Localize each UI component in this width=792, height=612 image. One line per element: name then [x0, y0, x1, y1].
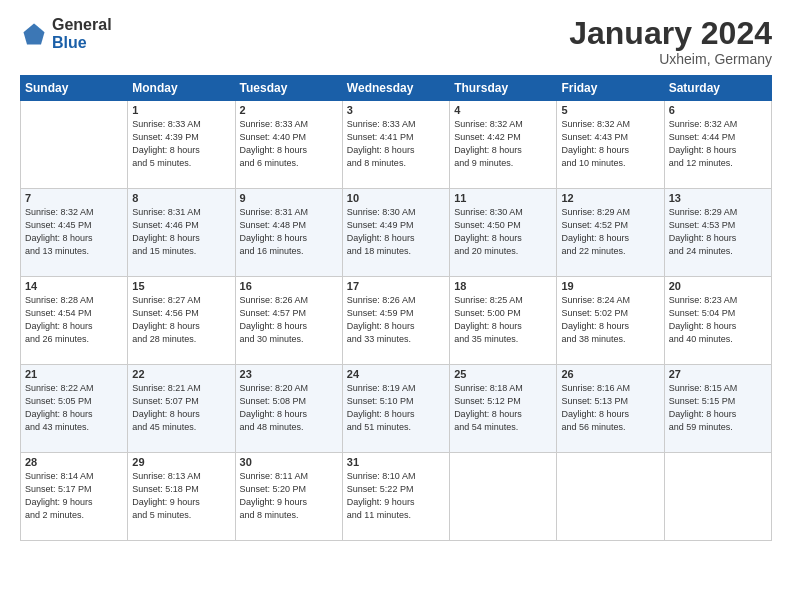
table-row: [557, 453, 664, 541]
table-row: 23Sunrise: 8:20 AM Sunset: 5:08 PM Dayli…: [235, 365, 342, 453]
day-number: 14: [25, 280, 123, 292]
table-row: [450, 453, 557, 541]
calendar-table: Sunday Monday Tuesday Wednesday Thursday…: [20, 75, 772, 541]
day-number: 21: [25, 368, 123, 380]
day-number: 2: [240, 104, 338, 116]
day-number: 11: [454, 192, 552, 204]
day-number: 8: [132, 192, 230, 204]
week-row-5: 28Sunrise: 8:14 AM Sunset: 5:17 PM Dayli…: [21, 453, 772, 541]
week-row-3: 14Sunrise: 8:28 AM Sunset: 4:54 PM Dayli…: [21, 277, 772, 365]
table-row: 3Sunrise: 8:33 AM Sunset: 4:41 PM Daylig…: [342, 101, 449, 189]
day-info: Sunrise: 8:22 AM Sunset: 5:05 PM Dayligh…: [25, 382, 123, 434]
day-info: Sunrise: 8:25 AM Sunset: 5:00 PM Dayligh…: [454, 294, 552, 346]
day-number: 15: [132, 280, 230, 292]
day-number: 28: [25, 456, 123, 468]
table-row: 29Sunrise: 8:13 AM Sunset: 5:18 PM Dayli…: [128, 453, 235, 541]
day-number: 20: [669, 280, 767, 292]
day-number: 3: [347, 104, 445, 116]
day-number: 12: [561, 192, 659, 204]
day-number: 13: [669, 192, 767, 204]
day-number: 26: [561, 368, 659, 380]
header-row: Sunday Monday Tuesday Wednesday Thursday…: [21, 76, 772, 101]
day-info: Sunrise: 8:15 AM Sunset: 5:15 PM Dayligh…: [669, 382, 767, 434]
day-info: Sunrise: 8:33 AM Sunset: 4:41 PM Dayligh…: [347, 118, 445, 170]
logo-text: General Blue: [52, 16, 112, 51]
logo-icon: [20, 20, 48, 48]
day-info: Sunrise: 8:32 AM Sunset: 4:44 PM Dayligh…: [669, 118, 767, 170]
day-number: 16: [240, 280, 338, 292]
location: Uxheim, Germany: [569, 51, 772, 67]
day-info: Sunrise: 8:32 AM Sunset: 4:45 PM Dayligh…: [25, 206, 123, 258]
day-number: 6: [669, 104, 767, 116]
table-row: 2Sunrise: 8:33 AM Sunset: 4:40 PM Daylig…: [235, 101, 342, 189]
month-title: January 2024: [569, 16, 772, 51]
day-info: Sunrise: 8:20 AM Sunset: 5:08 PM Dayligh…: [240, 382, 338, 434]
day-number: 1: [132, 104, 230, 116]
table-row: 14Sunrise: 8:28 AM Sunset: 4:54 PM Dayli…: [21, 277, 128, 365]
table-row: [664, 453, 771, 541]
header: General Blue January 2024 Uxheim, German…: [20, 16, 772, 67]
table-row: 21Sunrise: 8:22 AM Sunset: 5:05 PM Dayli…: [21, 365, 128, 453]
header-sunday: Sunday: [21, 76, 128, 101]
table-row: 20Sunrise: 8:23 AM Sunset: 5:04 PM Dayli…: [664, 277, 771, 365]
day-number: 4: [454, 104, 552, 116]
day-number: 17: [347, 280, 445, 292]
day-info: Sunrise: 8:14 AM Sunset: 5:17 PM Dayligh…: [25, 470, 123, 522]
day-info: Sunrise: 8:24 AM Sunset: 5:02 PM Dayligh…: [561, 294, 659, 346]
day-info: Sunrise: 8:30 AM Sunset: 4:49 PM Dayligh…: [347, 206, 445, 258]
table-row: 25Sunrise: 8:18 AM Sunset: 5:12 PM Dayli…: [450, 365, 557, 453]
table-row: 11Sunrise: 8:30 AM Sunset: 4:50 PM Dayli…: [450, 189, 557, 277]
day-info: Sunrise: 8:23 AM Sunset: 5:04 PM Dayligh…: [669, 294, 767, 346]
day-number: 31: [347, 456, 445, 468]
day-info: Sunrise: 8:10 AM Sunset: 5:22 PM Dayligh…: [347, 470, 445, 522]
day-number: 25: [454, 368, 552, 380]
header-wednesday: Wednesday: [342, 76, 449, 101]
day-number: 10: [347, 192, 445, 204]
day-info: Sunrise: 8:13 AM Sunset: 5:18 PM Dayligh…: [132, 470, 230, 522]
table-row: 6Sunrise: 8:32 AM Sunset: 4:44 PM Daylig…: [664, 101, 771, 189]
day-number: 18: [454, 280, 552, 292]
table-row: 15Sunrise: 8:27 AM Sunset: 4:56 PM Dayli…: [128, 277, 235, 365]
day-number: 27: [669, 368, 767, 380]
day-info: Sunrise: 8:26 AM Sunset: 4:57 PM Dayligh…: [240, 294, 338, 346]
day-number: 23: [240, 368, 338, 380]
day-info: Sunrise: 8:32 AM Sunset: 4:43 PM Dayligh…: [561, 118, 659, 170]
day-info: Sunrise: 8:33 AM Sunset: 4:40 PM Dayligh…: [240, 118, 338, 170]
page: General Blue January 2024 Uxheim, German…: [0, 0, 792, 612]
header-tuesday: Tuesday: [235, 76, 342, 101]
table-row: 16Sunrise: 8:26 AM Sunset: 4:57 PM Dayli…: [235, 277, 342, 365]
day-info: Sunrise: 8:29 AM Sunset: 4:52 PM Dayligh…: [561, 206, 659, 258]
day-info: Sunrise: 8:28 AM Sunset: 4:54 PM Dayligh…: [25, 294, 123, 346]
day-info: Sunrise: 8:33 AM Sunset: 4:39 PM Dayligh…: [132, 118, 230, 170]
day-info: Sunrise: 8:16 AM Sunset: 5:13 PM Dayligh…: [561, 382, 659, 434]
day-number: 7: [25, 192, 123, 204]
week-row-4: 21Sunrise: 8:22 AM Sunset: 5:05 PM Dayli…: [21, 365, 772, 453]
title-block: January 2024 Uxheim, Germany: [569, 16, 772, 67]
table-row: 17Sunrise: 8:26 AM Sunset: 4:59 PM Dayli…: [342, 277, 449, 365]
table-row: 24Sunrise: 8:19 AM Sunset: 5:10 PM Dayli…: [342, 365, 449, 453]
header-saturday: Saturday: [664, 76, 771, 101]
table-row: 19Sunrise: 8:24 AM Sunset: 5:02 PM Dayli…: [557, 277, 664, 365]
day-number: 29: [132, 456, 230, 468]
day-info: Sunrise: 8:27 AM Sunset: 4:56 PM Dayligh…: [132, 294, 230, 346]
header-thursday: Thursday: [450, 76, 557, 101]
day-number: 19: [561, 280, 659, 292]
day-info: Sunrise: 8:21 AM Sunset: 5:07 PM Dayligh…: [132, 382, 230, 434]
day-number: 22: [132, 368, 230, 380]
svg-marker-0: [24, 23, 45, 44]
table-row: 8Sunrise: 8:31 AM Sunset: 4:46 PM Daylig…: [128, 189, 235, 277]
table-row: 1Sunrise: 8:33 AM Sunset: 4:39 PM Daylig…: [128, 101, 235, 189]
logo-general-text: General: [52, 16, 112, 34]
day-info: Sunrise: 8:29 AM Sunset: 4:53 PM Dayligh…: [669, 206, 767, 258]
table-row: 7Sunrise: 8:32 AM Sunset: 4:45 PM Daylig…: [21, 189, 128, 277]
week-row-2: 7Sunrise: 8:32 AM Sunset: 4:45 PM Daylig…: [21, 189, 772, 277]
day-number: 9: [240, 192, 338, 204]
day-number: 5: [561, 104, 659, 116]
day-info: Sunrise: 8:26 AM Sunset: 4:59 PM Dayligh…: [347, 294, 445, 346]
day-number: 30: [240, 456, 338, 468]
day-info: Sunrise: 8:31 AM Sunset: 4:46 PM Dayligh…: [132, 206, 230, 258]
day-info: Sunrise: 8:18 AM Sunset: 5:12 PM Dayligh…: [454, 382, 552, 434]
table-row: 4Sunrise: 8:32 AM Sunset: 4:42 PM Daylig…: [450, 101, 557, 189]
table-row: [21, 101, 128, 189]
day-number: 24: [347, 368, 445, 380]
